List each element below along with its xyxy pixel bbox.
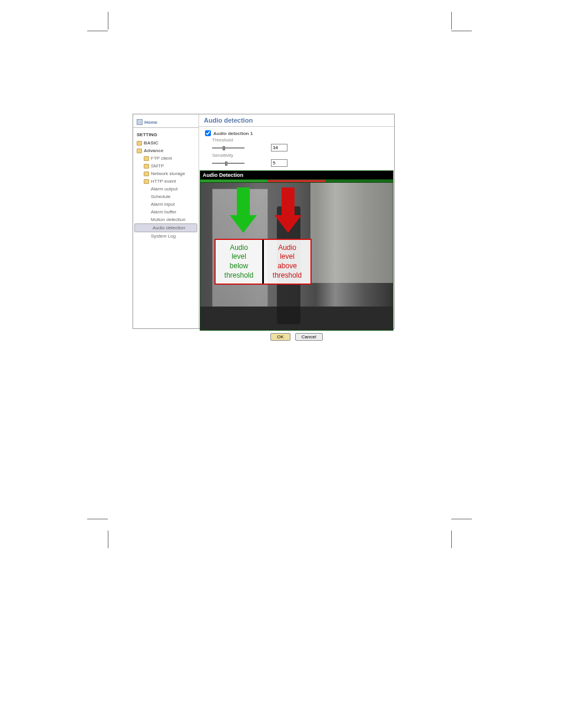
audio-detection-checkbox[interactable] <box>205 130 211 136</box>
sidebar-item-system-log[interactable]: System Log <box>133 232 199 240</box>
sidebar-item-label: Schedule <box>151 194 170 199</box>
level-above-threshold <box>267 180 325 182</box>
main-content: Audio detection Audio detection 1 Thresh… <box>199 114 394 328</box>
level-remaining <box>326 180 393 182</box>
crop-mark <box>87 519 108 519</box>
sidebar-item-http-event[interactable]: HTTP event <box>133 177 199 185</box>
sidebar-item-label: Network storage <box>151 171 185 176</box>
home-label: Home <box>144 120 157 125</box>
sensitivity-slider[interactable] <box>212 163 244 164</box>
sidebar-item-advance[interactable]: Advance <box>133 147 199 154</box>
scene-wall <box>310 183 393 283</box>
threshold-label: Threshold <box>205 137 264 143</box>
folder-icon <box>144 172 149 176</box>
sensitivity-label: Sensitivity <box>205 153 264 158</box>
green-arrow-icon <box>230 215 257 233</box>
form-area: Audio detection 1 Threshold Sensitivity <box>199 127 394 170</box>
crop-mark <box>87 31 108 31</box>
sidebar: Home SETTING BASICAdvanceFTP clientSMTPN… <box>133 114 199 328</box>
detection-panel: Audio Detection Audiolevelbelowthreshold <box>200 170 394 331</box>
sidebar-item-label: Motion detection <box>151 217 186 222</box>
folder-icon <box>144 164 149 169</box>
threshold-slider[interactable] <box>212 147 244 149</box>
sidebar-item-smtp[interactable]: SMTP <box>133 162 199 170</box>
folder-icon <box>144 179 149 184</box>
level-below-threshold <box>200 180 267 182</box>
sidebar-item-label: FTP client <box>151 156 172 161</box>
panel-title: Audio Detection <box>200 171 393 179</box>
crop-mark <box>451 31 472 31</box>
button-row: OK Cancel <box>199 331 394 343</box>
home-link[interactable]: Home <box>133 117 199 128</box>
folder-icon <box>137 141 142 146</box>
audio-detection-checkbox-row: Audio detection 1 <box>205 130 388 136</box>
folder-icon <box>137 149 142 153</box>
annotation-above: Audiolevelabovethreshold <box>264 240 310 284</box>
sidebar-item-label: System Log <box>151 233 176 239</box>
folder-icon <box>144 156 149 161</box>
red-arrow-icon <box>282 187 295 217</box>
sidebar-item-label: Alarm buffer <box>151 209 176 215</box>
crop-mark <box>108 12 108 29</box>
sidebar-item-label: HTTP event <box>151 179 176 184</box>
sidebar-item-label: BASIC <box>144 140 158 146</box>
sidebar-item-alarm-input[interactable]: Alarm input <box>133 200 199 208</box>
crop-mark <box>108 531 108 548</box>
slider-thumb[interactable] <box>225 162 227 166</box>
red-arrow-icon <box>275 215 302 233</box>
ok-button[interactable]: OK <box>270 333 290 341</box>
section-header: SETTING <box>133 130 199 139</box>
home-icon <box>137 119 143 125</box>
annotation-box: Audiolevelbelowthreshold Audiolevelabove… <box>214 239 312 285</box>
sidebar-item-label: Alarm output <box>151 186 177 192</box>
sidebar-item-schedule[interactable]: Schedule <box>133 193 199 200</box>
sidebar-item-label: Advance <box>144 148 163 153</box>
sidebar-item-label: SMTP <box>151 163 164 169</box>
green-arrow-icon <box>237 187 250 217</box>
sidebar-item-basic[interactable]: BASIC <box>133 139 199 147</box>
video-preview: Audiolevelbelowthreshold Audiolevelabove… <box>200 183 393 330</box>
checkbox-label: Audio detection 1 <box>213 131 253 136</box>
cancel-button[interactable]: Cancel <box>295 333 323 341</box>
sidebar-item-alarm-buffer[interactable]: Alarm buffer <box>133 208 199 216</box>
sidebar-item-network-storage[interactable]: Network storage <box>133 170 199 177</box>
threshold-input[interactable] <box>271 144 287 151</box>
crop-mark <box>451 12 452 29</box>
sensitivity-input[interactable] <box>271 159 287 167</box>
sidebar-item-alarm-output[interactable]: Alarm output <box>133 185 199 193</box>
sidebar-item-label: Alarm input <box>151 202 174 207</box>
annotation-below: Audiolevelbelowthreshold <box>216 240 262 284</box>
crop-mark <box>451 531 452 548</box>
sidebar-item-ftp-client[interactable]: FTP client <box>133 154 199 162</box>
sidebar-item-audio-detection[interactable]: Audio detection <box>134 223 197 232</box>
crop-mark <box>451 519 472 519</box>
page-title: Audio detection <box>199 114 394 127</box>
sidebar-item-label: Audio detection <box>153 225 185 230</box>
sidebar-item-motion-detection[interactable]: Motion detection <box>133 216 199 223</box>
slider-thumb[interactable] <box>223 146 225 150</box>
app-window: Home SETTING BASICAdvanceFTP clientSMTPN… <box>133 114 395 329</box>
